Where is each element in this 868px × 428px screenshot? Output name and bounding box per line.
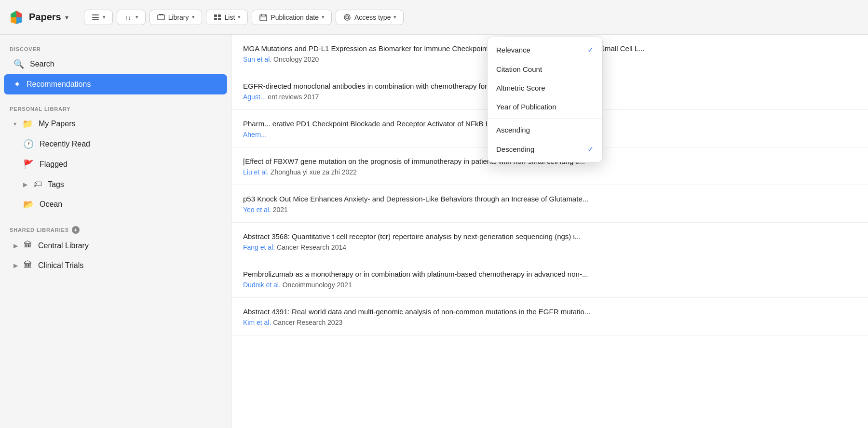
table-row[interactable]: p53 Knock Out Mice Enhances Anxiety- and… (231, 185, 868, 223)
sidebar-item-ocean-label: Ocean (40, 200, 62, 209)
search-icon: 🔍 (14, 59, 24, 69)
clinical-trials-expand-arrow: ▶ (14, 262, 18, 269)
dropdown-descending-label: Descending (496, 145, 534, 153)
shared-section-label: SHARED LIBRARIES + (0, 222, 231, 236)
sidebar-item-recently-read-label: Recently Read (40, 140, 90, 148)
sidebar-item-recommendations-label: Recommendations (27, 80, 91, 89)
relevance-check: ✓ (587, 45, 594, 54)
my-papers-icon: 📁 (22, 119, 33, 129)
paper-meta: Liu et al. Zhonghua yi xue za zhi 2022 (243, 168, 856, 176)
sort-button[interactable]: ↑↓ ▾ (117, 10, 146, 25)
sidebar: DISCOVER 🔍 Search ✦ Recommendations PERS… (0, 35, 231, 428)
dropdown-item-descending[interactable]: Descending ✓ (488, 139, 602, 159)
my-papers-expand-arrow: ▾ (14, 120, 16, 127)
svg-marker-0 (16, 11, 22, 17)
dropdown-altmetric-score-label: Altmetric Score (496, 84, 545, 92)
sidebar-item-central-library-label: Central Library (38, 241, 89, 250)
table-row[interactable]: Abstract 3568: Quantitative t cell recep… (231, 223, 868, 260)
sidebar-item-flagged[interactable]: 🚩 Flagged (4, 154, 227, 174)
calendar-icon (259, 13, 268, 22)
sidebar-item-my-papers[interactable]: ▾ 📁 My Papers (4, 114, 227, 134)
library-label: Library (168, 13, 189, 21)
descending-check: ✓ (587, 145, 594, 154)
author-link[interactable]: Ahern... (243, 131, 267, 138)
view-list-icon (213, 13, 222, 22)
author-link[interactable]: Agust... (243, 93, 266, 101)
list-view-chevron: ▾ (103, 14, 106, 20)
sidebar-item-ocean[interactable]: 📂 Ocean (4, 194, 227, 214)
access-icon (343, 13, 352, 22)
recommendations-icon: ✦ (14, 79, 21, 90)
dropdown-item-year-of-publication[interactable]: Year of Publication (488, 97, 602, 116)
library-chevron: ▾ (192, 14, 195, 20)
pub-date-chevron: ▾ (322, 14, 325, 20)
svg-rect-13 (218, 18, 221, 20)
svg-rect-10 (214, 14, 217, 17)
author-link[interactable]: Sun et al. (243, 55, 271, 63)
svg-rect-8 (158, 15, 164, 20)
sidebar-item-clinical-trials[interactable]: ▶ 🏛 Clinical Trials (4, 255, 227, 275)
view-list-button[interactable]: List ▾ (206, 10, 248, 25)
svg-point-18 (344, 14, 350, 20)
sidebar-item-central-library[interactable]: ▶ 🏛 Central Library (4, 236, 227, 255)
central-library-icon: 🏛 (24, 241, 32, 251)
app-logo[interactable]: Papers ▾ (8, 9, 68, 26)
svg-marker-3 (11, 17, 16, 24)
author-link[interactable]: Liu et al. (243, 168, 269, 176)
table-row[interactable]: Pembrolizumab as a monotherapy or in com… (231, 260, 868, 298)
access-type-button[interactable]: Access type ▾ (336, 10, 404, 25)
dropdown-item-altmetric-score[interactable]: Altmetric Score (488, 79, 602, 97)
main-layout: DISCOVER 🔍 Search ✦ Recommendations PERS… (0, 35, 868, 428)
dropdown-item-citation-count[interactable]: Citation Count (488, 60, 602, 79)
sidebar-item-search[interactable]: 🔍 Search (4, 54, 227, 74)
paper-meta: Kim et al. Cancer Research 2023 (243, 319, 856, 326)
list-icon (91, 13, 100, 22)
library-button[interactable]: Library ▾ (149, 10, 202, 25)
clinical-trials-icon: 🏛 (24, 260, 32, 270)
sidebar-item-flagged-label: Flagged (40, 160, 68, 169)
recently-read-icon: 🕐 (23, 139, 34, 149)
discover-section-label: DISCOVER (0, 42, 231, 54)
author-link[interactable]: Kim et al. (243, 319, 271, 326)
svg-rect-4 (92, 14, 99, 15)
svg-rect-9 (159, 14, 163, 15)
dropdown-item-ascending[interactable]: Ascending (488, 120, 602, 139)
dropdown-ascending-label: Ascending (496, 126, 530, 134)
sort-chevron: ▾ (136, 14, 138, 20)
paper-meta: Yeo et al. 2021 (243, 206, 856, 214)
table-row[interactable]: Abstract 4391: Real world data and multi… (231, 298, 868, 335)
paper-title: Abstract 4391: Real world data and multi… (243, 307, 856, 317)
list-view-button[interactable]: ▾ (84, 10, 113, 25)
svg-rect-5 (92, 17, 99, 18)
sort-dropdown-menu: Relevance ✓ Citation Count Altmetric Sco… (487, 37, 603, 162)
author-link[interactable]: Yeo et al. (243, 206, 271, 214)
sidebar-item-my-papers-label: My Papers (39, 120, 75, 128)
author-link[interactable]: Dudnik et al. (243, 281, 281, 289)
personal-section-label: PERSONAL LIBRARY (0, 102, 231, 114)
sidebar-item-tags-label: Tags (48, 180, 64, 189)
access-type-chevron: ▾ (393, 14, 396, 20)
dropdown-relevance-label: Relevance (496, 46, 530, 54)
svg-marker-1 (11, 11, 16, 17)
svg-point-19 (346, 16, 349, 19)
sidebar-item-tags[interactable]: ▶ 🏷 Tags (4, 174, 227, 194)
sidebar-item-search-label: Search (30, 60, 54, 68)
access-type-label: Access type (354, 13, 391, 21)
dropdown-citation-count-label: Citation Count (496, 65, 542, 73)
svg-rect-11 (218, 14, 221, 17)
author-link[interactable]: Fang et al. (243, 243, 275, 251)
flagged-icon: 🚩 (23, 159, 34, 170)
svg-rect-14 (260, 15, 267, 21)
sidebar-item-recommendations[interactable]: ✦ Recommendations (4, 74, 227, 94)
dropdown-item-relevance[interactable]: Relevance ✓ (488, 40, 602, 60)
app-dropdown-arrow[interactable]: ▾ (65, 13, 68, 21)
sidebar-item-clinical-trials-label: Clinical Trials (38, 261, 83, 270)
shared-add-icon[interactable]: + (72, 226, 80, 234)
content-area: MGA Mutations and PD-L1 Expression as Bi… (231, 35, 868, 428)
dropdown-year-of-publication-label: Year of Publication (496, 103, 556, 111)
pub-date-button[interactable]: Publication date ▾ (252, 10, 332, 25)
library-icon (157, 13, 165, 22)
paper-title: Pembrolizumab as a monotherapy or in com… (243, 269, 856, 279)
svg-rect-12 (214, 18, 217, 20)
sidebar-item-recently-read[interactable]: 🕐 Recently Read (4, 134, 227, 154)
